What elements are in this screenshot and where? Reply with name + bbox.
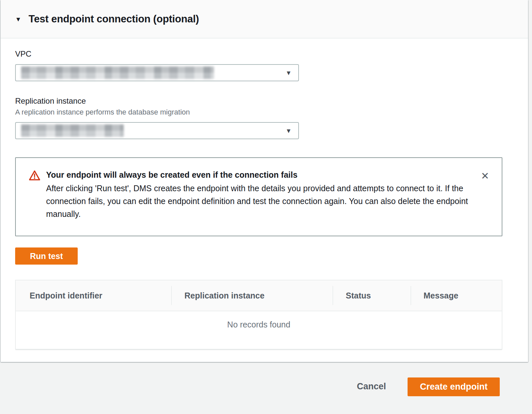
close-icon: ✕ — [481, 170, 489, 181]
run-test-button[interactable]: Run test — [15, 247, 78, 265]
caret-down-icon: ▼ — [285, 70, 292, 76]
form-actions-footer: Cancel Create endpoint — [0, 362, 532, 414]
replication-instance-selected-value-redacted — [21, 124, 124, 137]
section-title: Test endpoint connection (optional) — [29, 13, 199, 25]
table-empty-state: No records found — [16, 311, 502, 349]
warning-text: Your endpoint will always be created eve… — [46, 169, 473, 220]
vpc-select[interactable]: ▼ — [15, 64, 299, 81]
test-endpoint-connection-panel: ▼ Test endpoint connection (optional) VP… — [1, 0, 528, 362]
column-header-replication-instance: Replication instance — [171, 280, 332, 311]
vpc-label: VPC — [15, 49, 528, 59]
section-expander-header[interactable]: ▼ Test endpoint connection (optional) — [1, 0, 528, 39]
warning-dismiss-button[interactable]: ✕ — [478, 170, 492, 182]
replication-instance-description: A replication instance performs the data… — [15, 108, 528, 116]
warning-triangle-icon — [29, 170, 40, 182]
warning-banner: Your endpoint will always be created eve… — [15, 157, 502, 236]
column-header-status: Status — [332, 280, 410, 311]
replication-instance-select[interactable]: ▼ — [15, 122, 299, 139]
section-body: VPC ▼ Replication instance A replication… — [1, 49, 528, 349]
caret-down-icon: ▼ — [285, 128, 292, 134]
warning-title: Your endpoint will always be created eve… — [46, 169, 473, 180]
replication-instance-label: Replication instance — [15, 96, 528, 106]
connection-test-results-table: Endpoint identifier Replication instance… — [15, 280, 502, 349]
column-header-endpoint-identifier: Endpoint identifier — [16, 280, 171, 311]
cancel-button[interactable]: Cancel — [354, 377, 389, 396]
warning-body: After clicking 'Run test', DMS creates t… — [46, 182, 473, 220]
caret-down-icon: ▼ — [15, 16, 21, 22]
column-header-message: Message — [411, 280, 502, 311]
table-header-row: Endpoint identifier Replication instance… — [16, 280, 502, 311]
create-endpoint-button[interactable]: Create endpoint — [408, 377, 500, 396]
vpc-selected-value-redacted — [21, 66, 214, 79]
